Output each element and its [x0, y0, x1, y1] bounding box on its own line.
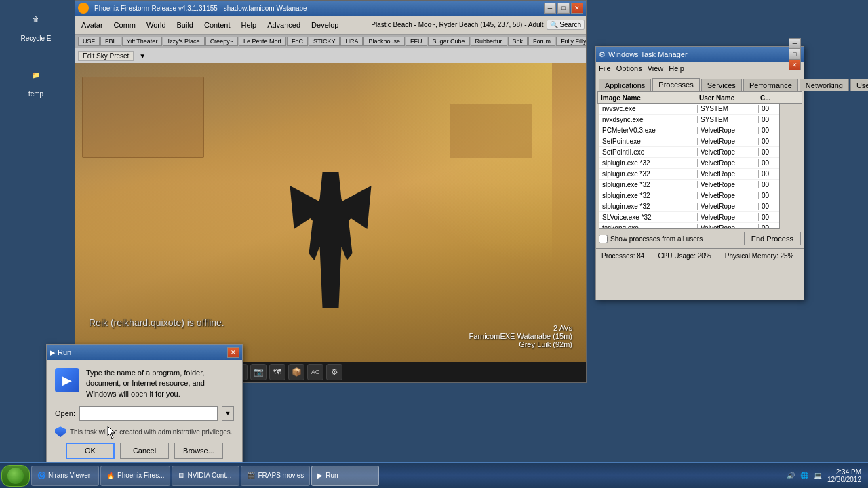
tab-frilly[interactable]: Frilly Filly Farm [556, 37, 586, 46]
tm-tab-services[interactable]: Services [701, 79, 742, 92]
tab-foc[interactable]: FoC [287, 37, 308, 46]
tm-minimize-btn[interactable]: ─ [789, 38, 801, 49]
game-viewport[interactable]: Reik (reikhard.quixote) is offline. 2 AV… [75, 63, 586, 362]
taskbar-fraps[interactable]: 🎬 FRAPS movies [241, 466, 310, 486]
tm-process-row[interactable]: slplugin.exe *32 VelvetRope 00 [599, 201, 779, 212]
avatar-menu[interactable]: Avatar [77, 18, 108, 33]
tm-tab-networking[interactable]: Networking [800, 79, 849, 92]
advanced-menu[interactable]: Advanced [262, 18, 305, 33]
tab-snk[interactable]: Snk [508, 37, 528, 46]
tray-icon-2[interactable]: 🌐 [800, 472, 808, 479]
tab-ffu[interactable]: FFU [406, 37, 427, 46]
toolbar-settings-btn[interactable]: ⚙ [326, 364, 342, 380]
search-box[interactable]: 🔍 Search [547, 20, 585, 30]
game-close-btn[interactable]: ✕ [571, 3, 583, 14]
world-menu[interactable]: World [142, 18, 171, 33]
tm-tab-performance[interactable]: Performance [743, 79, 798, 92]
tab-sugarcube[interactable]: Sugar Cube [428, 37, 470, 46]
tray-icon-3[interactable]: 💻 [814, 472, 822, 479]
proc-user: VelvetRope [698, 224, 759, 229]
build-menu[interactable]: Build [172, 18, 198, 33]
start-button[interactable] [1, 465, 30, 487]
tm-tab-processes[interactable]: Processes [652, 78, 699, 92]
run-content: ▶ Type the name of a program, folder, do… [47, 360, 242, 464]
toolbar-ac-btn[interactable]: AC [307, 364, 323, 380]
toolbar-camera-btn[interactable]: 📷 [250, 364, 267, 380]
tab-rubberfur[interactable]: Rubberfur [471, 37, 507, 46]
tm-maximize-btn[interactable]: □ [789, 49, 801, 60]
tm-process-row[interactable]: taskeng.exe VelvetRope 00 [599, 223, 779, 229]
tm-end-process-btn[interactable]: End Process [744, 232, 801, 245]
tm-help-menu[interactable]: Help [669, 64, 684, 73]
hud-info: 2 AVs FarnicomEXE Watanabe (15m) Grey Lu… [469, 324, 572, 348]
tm-tab-applications[interactable]: Applications [599, 79, 651, 92]
tab-forum[interactable]: Forum [528, 37, 555, 46]
temp-folder-image: 📁 [22, 61, 50, 88]
tm-process-row[interactable]: SLVoice.exe *32 VelvetRope 00 [599, 212, 779, 223]
tm-show-all-checkbox[interactable] [599, 235, 608, 243]
tab-fbl[interactable]: FBL [100, 37, 121, 46]
taskbar-nirans[interactable]: 🌀 Nirans Viewer [31, 466, 99, 486]
proc-name: SetPointII.exe [599, 148, 698, 156]
run-cancel-btn[interactable]: Cancel [120, 443, 169, 459]
tm-process-row[interactable]: SetPoint.exe VelvetRope 00 [599, 136, 779, 147]
tm-process-row[interactable]: slplugin.exe *32 VelvetRope 00 [599, 158, 779, 169]
toolbar-box-btn[interactable]: 📦 [288, 364, 304, 380]
tab-blackhouse[interactable]: Blackhouse [363, 37, 405, 46]
tm-process-row[interactable]: SetPointII.exe VelvetRope 00 [599, 147, 779, 158]
run-browse-btn[interactable]: Browse... [174, 443, 223, 459]
comm-menu[interactable]: Comm [109, 18, 140, 33]
tab-creepy[interactable]: Creepy~ [205, 37, 238, 46]
tray-icon-1[interactable]: 🔊 [787, 472, 795, 479]
run-close-btn[interactable]: ✕ [227, 347, 239, 358]
tm-process-list[interactable]: nvvsvc.exe SYSTEM 00 nvxdsync.exe SYSTEM… [599, 104, 780, 229]
run-dropdown-btn[interactable]: ▼ [222, 406, 234, 421]
tm-options-menu[interactable]: Options [616, 64, 642, 73]
proc-name: nvxdsync.exe [599, 116, 698, 123]
tm-view-menu[interactable]: View [648, 64, 664, 73]
tab-yiff[interactable]: Yiff Theater [122, 37, 163, 46]
proc-user: SYSTEM [698, 116, 759, 123]
run-title: Run [58, 348, 71, 357]
tab-petite[interactable]: Le Petite Mort [239, 37, 286, 46]
game-tabbar: USF FBL Yiff Theater Izzy's Place Creepy… [75, 35, 586, 48]
taskbar-phoenix[interactable]: 🔥 Phoenix Fires... [100, 466, 170, 486]
tm-process-row[interactable]: slplugin.exe *32 VelvetRope 00 [599, 190, 779, 201]
tab-sticky[interactable]: STICKY [309, 37, 340, 46]
tm-title: Windows Task Manager [608, 50, 688, 58]
tm-file-menu[interactable]: File [599, 64, 611, 73]
run-ok-btn[interactable]: OK [66, 443, 115, 459]
sky-dropdown-arrow[interactable]: ▼ [139, 52, 146, 60]
develop-menu[interactable]: Develop [307, 18, 343, 33]
tm-process-row[interactable]: slplugin.exe *32 VelvetRope 00 [599, 169, 779, 180]
game-maximize-btn[interactable]: □ [557, 3, 570, 14]
tm-col-header-user[interactable]: User Name [696, 94, 757, 102]
taskbar-nvidia[interactable]: 🖥 NVIDIA Cont... [172, 466, 239, 486]
proc-name: SLVoice.exe *32 [599, 214, 698, 221]
tm-close-btn[interactable]: ✕ [789, 60, 801, 70]
tm-process-row[interactable]: nvvsvc.exe SYSTEM 00 [599, 104, 779, 115]
tm-col-header-cpu[interactable]: C... [757, 94, 778, 102]
game-minimize-btn[interactable]: ─ [544, 3, 556, 14]
tm-process-row[interactable]: slplugin.exe *32 VelvetRope 00 [599, 180, 779, 190]
taskbar-run[interactable]: ▶ Run [311, 466, 379, 486]
tm-tab-users[interactable]: Users [850, 79, 868, 92]
tm-col-header-name[interactable]: Image Name [598, 94, 696, 102]
shield-icon [55, 426, 66, 437]
temp-folder-icon[interactable]: 📁 temp [12, 61, 60, 98]
proc-cpu: 00 [759, 138, 779, 145]
tab-usf[interactable]: USF [78, 37, 100, 46]
content-menu[interactable]: Content [199, 18, 235, 33]
offline-message: Reik (reikhard.quixote) is offline. [89, 317, 224, 328]
tab-hra[interactable]: HRA [340, 37, 363, 46]
tab-izzy[interactable]: Izzy's Place [163, 37, 204, 46]
run-input-field[interactable] [79, 406, 218, 421]
help-menu[interactable]: Help [237, 18, 262, 33]
phoenix-label: Phoenix Fires... [117, 472, 164, 479]
recycle-bin-icon[interactable]: 🗑 Recycle E [12, 5, 60, 42]
edit-sky-preset-btn[interactable]: Edit Sky Preset [78, 51, 134, 61]
taskbar: 🌀 Nirans Viewer 🔥 Phoenix Fires... 🖥 NVI… [0, 462, 868, 488]
toolbar-map-btn[interactable]: 🗺 [269, 364, 285, 380]
tm-process-row[interactable]: nvxdsync.exe SYSTEM 00 [599, 115, 779, 125]
tm-process-row[interactable]: PCMeterV0.3.exe VelvetRope 00 [599, 125, 779, 136]
